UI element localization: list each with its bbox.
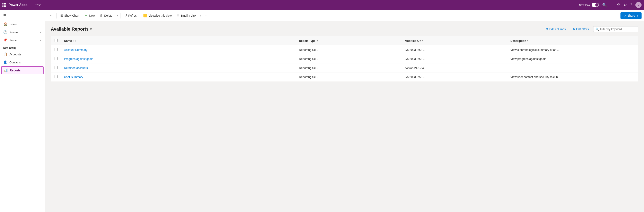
table-body: Account Summary Reporting Se... 3/5/2023… bbox=[51, 45, 638, 81]
new-label: New bbox=[89, 14, 95, 17]
more-options-icon[interactable]: ⋯ bbox=[203, 12, 210, 19]
hamburger-button[interactable]: ☰ bbox=[0, 12, 45, 20]
new-look-toggle[interactable] bbox=[592, 3, 599, 7]
name-column-header[interactable]: Name ↑ ∨ bbox=[61, 36, 296, 45]
sidebar-item-label: Contacts bbox=[10, 61, 21, 64]
filter-search-container: 🔍 bbox=[593, 26, 638, 32]
back-button[interactable]: ← bbox=[48, 12, 55, 19]
sidebar-item-home[interactable]: 🏠 Home bbox=[0, 20, 45, 28]
search-icon[interactable]: 🔍 bbox=[602, 3, 607, 7]
view-title-chevron-icon[interactable]: ∨ bbox=[90, 28, 92, 31]
report-type-column-header[interactable]: Report Type ∨ bbox=[296, 36, 402, 45]
share-chevron-icon: ∨ bbox=[636, 14, 638, 17]
sidebar-item-reports[interactable]: 📊 Reports bbox=[1, 66, 44, 74]
nav-divider bbox=[31, 3, 31, 7]
app-grid-icon[interactable] bbox=[2, 3, 6, 7]
row-checkbox[interactable] bbox=[54, 66, 58, 69]
retained-accounts-link[interactable]: Retained accounts bbox=[64, 66, 88, 70]
sidebar-item-contacts[interactable]: 👤 Contacts bbox=[0, 58, 45, 66]
toolbar: ← ⊞ Show Chart ＋ New 🗑 Delete ∨ ↺ Refres… bbox=[45, 10, 644, 21]
chart-icon: ⊞ bbox=[60, 14, 63, 18]
email-chevron-icon[interactable]: ∨ bbox=[199, 13, 202, 18]
row-name-cell: User Summary bbox=[61, 72, 296, 81]
row-type-cell: Reporting Se... bbox=[296, 54, 402, 63]
chevron-down-icon: ∨ bbox=[40, 39, 42, 42]
table-row: Account Summary Reporting Se... 3/5/2023… bbox=[51, 45, 638, 54]
sidebar: ☰ 🏠 Home 🕐 Recent ∨ 📌 Pinned ∨ New Group… bbox=[0, 10, 45, 212]
delete-label: Delete bbox=[104, 14, 112, 17]
share-icon: ↗ bbox=[624, 14, 626, 17]
chevron-down-icon: ∨ bbox=[422, 39, 424, 42]
select-all-checkbox[interactable] bbox=[54, 39, 58, 42]
table-row: Retained accounts Reporting Se... 6/27/2… bbox=[51, 63, 638, 72]
view-title: Available Reports ∨ bbox=[51, 27, 92, 32]
view-area: Available Reports ∨ ⊟ Edit columns ⚗ Edi… bbox=[45, 21, 644, 212]
user-avatar[interactable]: U bbox=[636, 2, 642, 8]
email-icon: ✉ bbox=[176, 14, 179, 18]
show-chart-button[interactable]: ⊞ Show Chart bbox=[58, 12, 81, 19]
row-checkbox[interactable] bbox=[54, 48, 58, 51]
row-type-cell: Reporting Se... bbox=[296, 72, 402, 81]
delete-chevron-icon[interactable]: ∨ bbox=[116, 13, 119, 18]
pin-icon: 📌 bbox=[3, 38, 7, 42]
help-icon[interactable]: ? bbox=[630, 3, 632, 7]
reports-icon: 📊 bbox=[4, 68, 8, 72]
edit-columns-button[interactable]: ⊟ Edit columns bbox=[544, 26, 568, 32]
sidebar-item-accounts[interactable]: 📋 Accounts bbox=[0, 50, 45, 58]
row-modified-cell: 3/5/2023 8:58 ... bbox=[402, 45, 507, 54]
delete-icon: 🗑 bbox=[100, 14, 103, 18]
sidebar-item-label: Recent bbox=[10, 31, 18, 34]
row-desc-cell bbox=[507, 63, 638, 72]
filter-search-icon: 🔍 bbox=[596, 28, 599, 31]
refresh-label: Refresh bbox=[128, 14, 138, 17]
share-label: Share bbox=[628, 14, 635, 17]
sort-ascending-icon: ↑ bbox=[73, 40, 74, 42]
add-icon[interactable]: ＋ bbox=[610, 3, 614, 7]
modified-on-column-header[interactable]: Modified On ∨ bbox=[402, 36, 507, 45]
app-name: Test bbox=[35, 3, 41, 7]
settings-icon[interactable]: ⚙ bbox=[624, 3, 627, 7]
row-name-cell: Account Summary bbox=[61, 45, 296, 54]
refresh-button[interactable]: ↺ Refresh bbox=[122, 12, 140, 19]
chevron-down-icon: ∨ bbox=[75, 39, 76, 42]
progress-goals-link[interactable]: Progress against goals bbox=[64, 57, 93, 61]
row-checkbox[interactable] bbox=[54, 57, 58, 60]
sidebar-item-label: Home bbox=[10, 23, 17, 26]
new-look-label: New look bbox=[579, 4, 590, 7]
sidebar-item-label: Accounts bbox=[10, 53, 21, 56]
row-check-cell bbox=[51, 63, 61, 72]
row-modified-cell: 6/27/2024 12:4... bbox=[402, 63, 507, 72]
user-summary-link[interactable]: User Summary bbox=[64, 75, 83, 79]
filter-search-input[interactable] bbox=[600, 28, 636, 31]
visualize-button[interactable]: 🟨 Visualize this view bbox=[141, 12, 174, 19]
new-button[interactable]: ＋ New bbox=[82, 12, 97, 19]
share-button[interactable]: ↗ Share ∨ bbox=[620, 12, 642, 19]
row-checkbox[interactable] bbox=[54, 75, 58, 78]
row-type-cell: Reporting Se... bbox=[296, 63, 402, 72]
filter-icon[interactable]: ⚗ bbox=[617, 3, 620, 7]
visualize-icon: 🟨 bbox=[143, 14, 147, 18]
edit-columns-label: Edit columns bbox=[549, 28, 566, 31]
table-row: User Summary Reporting Se... 3/5/2023 8:… bbox=[51, 72, 638, 81]
view-header: Available Reports ∨ ⊟ Edit columns ⚗ Edi… bbox=[51, 26, 638, 32]
top-nav-right: New look 🔍 ＋ ⚗ ⚙ ? U bbox=[579, 2, 642, 8]
chevron-down-icon: ∨ bbox=[527, 39, 528, 42]
sidebar-item-recent[interactable]: 🕐 Recent ∨ bbox=[0, 28, 45, 36]
accounts-icon: 📋 bbox=[3, 52, 7, 56]
main-layout: ☰ 🏠 Home 🕐 Recent ∨ 📌 Pinned ∨ New Group… bbox=[0, 10, 644, 212]
sidebar-item-pinned[interactable]: 📌 Pinned ∨ bbox=[0, 36, 45, 44]
show-chart-label: Show Chart bbox=[64, 14, 79, 17]
row-modified-cell: 3/5/2023 8:58 ... bbox=[402, 54, 507, 63]
content-area: ← ⊞ Show Chart ＋ New 🗑 Delete ∨ ↺ Refres… bbox=[45, 10, 644, 212]
edit-filters-button[interactable]: ⚗ Edit filters bbox=[570, 26, 591, 32]
row-type-cell: Reporting Se... bbox=[296, 45, 402, 54]
delete-button[interactable]: 🗑 Delete bbox=[98, 13, 114, 19]
visualize-label: Visualize this view bbox=[148, 14, 172, 17]
email-link-button[interactable]: ✉ Email a Link bbox=[174, 12, 198, 19]
chevron-down-icon: ∨ bbox=[40, 31, 42, 34]
modified-on-column-label: Modified On bbox=[405, 39, 421, 43]
filter-icon: ⚗ bbox=[572, 28, 575, 31]
description-column-header[interactable]: Description ∨ bbox=[507, 36, 638, 45]
view-header-right: ⊟ Edit columns ⚗ Edit filters 🔍 bbox=[544, 26, 638, 32]
account-summary-link[interactable]: Account Summary bbox=[64, 48, 88, 52]
